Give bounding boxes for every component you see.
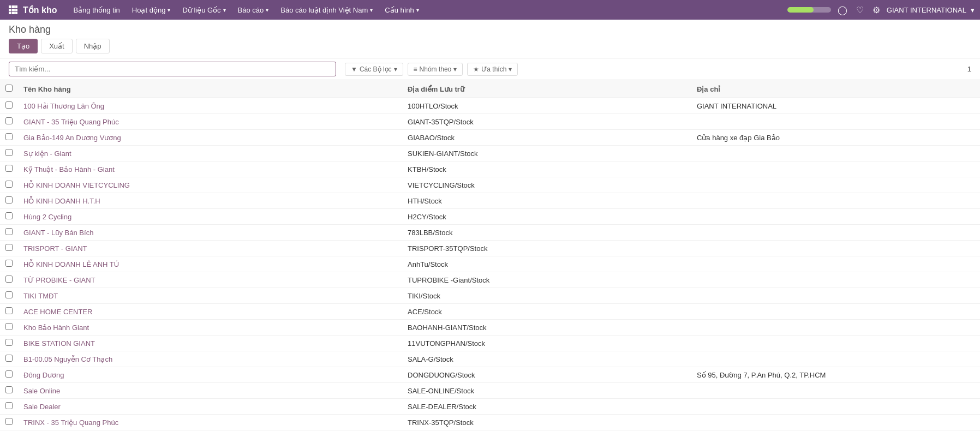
group-by-button[interactable]: ≡ Nhóm theo ▾ [408, 63, 463, 76]
row-location-16: SALA-G/Stock [402, 351, 691, 367]
svg-rect-6 [9, 12, 11, 14]
row-location-11: TUPROBIKE -Giant/Stock [402, 272, 691, 288]
row-location-3: SUKIEN-GIANT/Stock [402, 146, 691, 161]
table-row[interactable]: 100 Hải Thương Lân Ông 100HTLO/Stock GIA… [0, 98, 980, 114]
row-address-12 [691, 288, 980, 304]
row-address-14 [691, 320, 980, 336]
row-name-14: Kho Bảo Hành Giant [18, 320, 402, 336]
nav-config[interactable]: Cấu hình ▾ [379, 3, 425, 17]
row-checkbox-3[interactable] [5, 149, 13, 156]
row-location-19: SALE-DEALER/Stock [402, 399, 691, 415]
row-checkbox-7[interactable] [5, 212, 13, 219]
row-address-5 [691, 177, 980, 193]
search-input[interactable] [9, 62, 336, 76]
row-address-13 [691, 304, 980, 320]
row-checkbox-10[interactable] [5, 260, 13, 267]
row-checkbox-9[interactable] [5, 244, 13, 251]
svg-rect-2 [15, 5, 17, 8]
table-row[interactable]: TRISPORT - GIANT TRISPORT-35TQP/Stock [0, 241, 980, 256]
row-checkbox-18[interactable] [5, 386, 13, 393]
clock-icon[interactable]: ◯ [835, 5, 850, 15]
table-row[interactable]: GIANT - Lũy Bán Bích 783LBB/Stock [0, 225, 980, 241]
sub-header: Kho hàng Tạo Xuất Nhập [0, 20, 980, 58]
col-header-address: Địa chỉ [691, 80, 980, 98]
row-checkbox-6[interactable] [5, 196, 13, 203]
row-checkbox-17[interactable] [5, 370, 13, 378]
nav-master-data[interactable]: Dữ liệu Gốc ▾ [177, 3, 231, 17]
filter-icon: ▼ [351, 65, 357, 73]
row-name-8: GIANT - Lũy Bán Bích [18, 225, 402, 241]
row-checkbox-16[interactable] [5, 355, 13, 362]
table-row[interactable]: GIANT - 35 Triệu Quang Phúc GIANT-35TQP/… [0, 114, 980, 130]
table-row[interactable]: Sale Dealer SALE-DEALER/Stock [0, 399, 980, 415]
row-checkbox-13[interactable] [5, 307, 13, 314]
row-checkbox-1[interactable] [5, 117, 13, 124]
row-checkbox-11[interactable] [5, 276, 13, 283]
row-checkbox-2[interactable] [5, 133, 13, 140]
row-checkbox-20[interactable] [5, 418, 13, 425]
favorite-button[interactable]: ★ Ưa thích ▾ [467, 63, 518, 76]
import-button[interactable]: Nhập [76, 39, 110, 53]
apps-menu-icon[interactable] [5, 2, 21, 17]
export-button[interactable]: Xuất [41, 39, 73, 53]
settings-icon[interactable]: ⚙ [870, 5, 882, 15]
row-name-9: TRISPORT - GIANT [18, 241, 402, 256]
table-row[interactable]: Kho Bảo Hành Giant BAOHANH-GIANT/Stock [0, 320, 980, 336]
table-header: Tên Kho hàng Địa điểm Lưu trữ Địa chỉ [0, 80, 980, 98]
table-row[interactable]: HỖ KINH DOANH VIETCYCLING VIETCYCLING/St… [0, 177, 980, 193]
row-address-20 [691, 415, 980, 430]
table-row[interactable]: BIKE STATION GIANT 11VUTONGPHAN/Stock [0, 336, 980, 351]
row-checkbox-5[interactable] [5, 181, 13, 188]
create-button[interactable]: Tạo [9, 39, 38, 53]
filter-area: ▼ Các Bộ lọc ▾ ≡ Nhóm theo ▾ ★ Ưa thích … [345, 63, 518, 76]
row-checkbox-12[interactable] [5, 291, 13, 298]
row-name-4: Kỹ Thuật - Bảo Hành - Giant [18, 161, 402, 177]
row-checkbox-4[interactable] [5, 165, 13, 172]
nav-reports[interactable]: Báo cáo ▾ [232, 3, 274, 17]
table-row[interactable]: HỖ KINH DOANH LÊ ANH TÚ AnhTu/Stock [0, 256, 980, 272]
row-name-11: TỪ PROBIKE - GIANT [18, 272, 402, 288]
table-row[interactable]: Sự kiện - Giant SUKIEN-GIANT/Stock [0, 146, 980, 161]
filter-button[interactable]: ▼ Các Bộ lọc ▾ [345, 63, 403, 76]
row-name-10: HỖ KINH DOANH LÊ ANH TÚ [18, 256, 402, 272]
table-row[interactable]: B1-00.05 Nguyễn Cơ Thạch SALA-G/Stock [0, 351, 980, 367]
table-row[interactable]: TIKI TMĐT TIKI/Stock [0, 288, 980, 304]
table-row[interactable]: Đông Dương DONGDUONG/Stock Số 95, Đường … [0, 367, 980, 383]
warehouse-table-container: Tên Kho hàng Địa điểm Lưu trữ Địa chỉ 10… [0, 80, 980, 430]
search-filter-row: ▼ Các Bộ lọc ▾ ≡ Nhóm theo ▾ ★ Ưa thích … [0, 58, 980, 80]
row-address-0: GIANT INTERNATIONAL [691, 98, 980, 114]
row-address-18 [691, 383, 980, 399]
row-checkbox-19[interactable] [5, 402, 13, 409]
table-row[interactable]: Sale Online SALE-ONLINE/Stock [0, 383, 980, 399]
company-dropdown-icon[interactable]: ▾ [971, 6, 975, 14]
row-checkbox-0[interactable] [5, 101, 13, 109]
table-row[interactable]: Kỹ Thuật - Bảo Hành - Giant KTBH/Stock [0, 161, 980, 177]
company-name[interactable]: GIANT INTERNATIONAL [887, 6, 966, 14]
nav-activity[interactable]: Hoạt động ▾ [127, 3, 176, 17]
fav-caret-icon: ▾ [509, 65, 512, 73]
toolbar: Tạo Xuất Nhập [9, 39, 971, 58]
row-checkbox-14[interactable] [5, 323, 13, 330]
page-info: 1 [967, 65, 971, 73]
row-name-5: HỖ KINH DOANH VIETCYCLING [18, 177, 402, 193]
star-icon: ★ [473, 65, 479, 73]
nav-dashboard[interactable]: Bảng thống tin [68, 3, 125, 17]
app-title: Tồn kho [23, 5, 57, 15]
table-row[interactable]: Hùng 2 Cycling H2CY/Stock [0, 209, 980, 225]
row-name-1: GIANT - 35 Triệu Quang Phúc [18, 114, 402, 130]
table-row[interactable]: ACE HOME CENTER ACE/Stock [0, 304, 980, 320]
table-row[interactable]: TRINX - 35 Triệu Quang Phúc TRINX-35TQP/… [0, 415, 980, 430]
row-checkbox-8[interactable] [5, 228, 13, 235]
table-row[interactable]: TỪ PROBIKE - GIANT TUPROBIKE -Giant/Stoc… [0, 272, 980, 288]
row-location-4: KTBH/Stock [402, 161, 691, 177]
row-location-13: ACE/Stock [402, 304, 691, 320]
table-row[interactable]: HỖ KINH DOANH H.T.H HTH/Stock [0, 193, 980, 209]
filter-caret-icon: ▾ [394, 65, 397, 73]
row-name-2: Gia Bảo-149 An Dương Vương [18, 130, 402, 146]
row-checkbox-15[interactable] [5, 339, 13, 346]
nav-legal-reports[interactable]: Báo cáo luật định Việt Nam ▾ [275, 3, 378, 17]
chat-icon[interactable]: ♡ [854, 5, 866, 15]
select-all-checkbox[interactable] [5, 85, 13, 92]
svg-rect-5 [15, 9, 17, 11]
table-row[interactable]: Gia Bảo-149 An Dương Vương GIABAO/Stock … [0, 130, 980, 146]
